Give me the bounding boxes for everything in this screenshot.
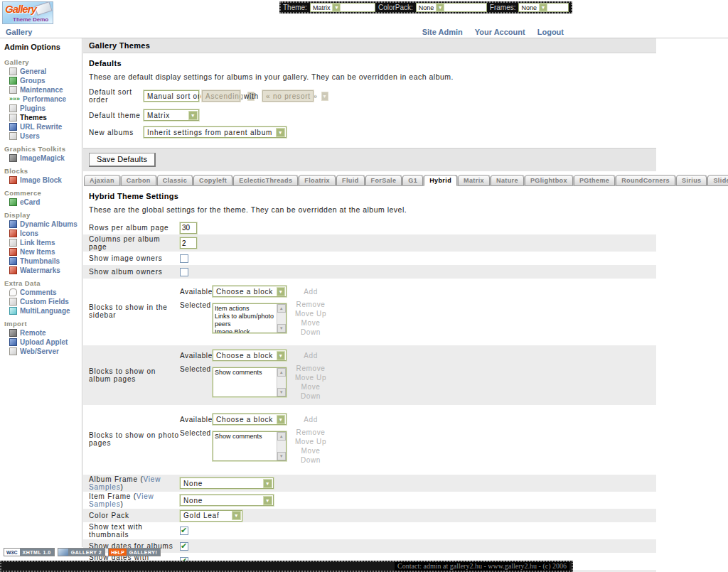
list-item[interactable]: Show comments [215,433,275,441]
help-gallery-badge[interactable]: HELP GALLERY! [108,548,161,556]
list-item[interactable]: Item actions [215,305,275,313]
item-frame-select[interactable]: None ▼ [180,495,274,506]
colorpack-select[interactable]: None ▼ [416,3,487,12]
show-dates-albums-checkbox[interactable] [180,542,188,551]
sidebar-item-ecard[interactable]: eCard [0,198,82,207]
scroll-down-icon[interactable]: ▼ [277,452,286,460]
blocks-sidebar-add-link[interactable]: Add [291,287,331,296]
blocks-photo-remove-link[interactable]: Remove [291,428,331,437]
blocks-album-movedown-link[interactable]: Move Down [291,382,331,401]
scroll-up-icon[interactable]: ▲ [277,432,286,441]
theme-select[interactable]: Matrix ▼ [310,3,375,12]
default-theme-select[interactable]: Matrix ▼ [144,109,199,121]
sidebar-item-performance[interactable]: »»»Performance [0,95,82,104]
blocks-sidebar-remove-link[interactable]: Remove [291,300,331,309]
blocks-photo-add-link[interactable]: Add [291,415,331,424]
presort-select[interactable]: « no presort » ▼ [262,90,314,102]
blocks-album-add-link[interactable]: Add [291,351,331,360]
chevron-down-icon[interactable]: ▼ [263,496,272,505]
sidebar-item-link-items[interactable]: Link Items [0,238,82,247]
sidebar-item-custom-fields[interactable]: Custom Fields [0,297,82,306]
chevron-down-icon[interactable]: ▼ [539,4,547,11]
tab-roundcorners[interactable]: RoundCorners [616,175,675,186]
sidebar-item-plugins[interactable]: Plugins [0,104,82,113]
cols-per-page-input[interactable] [180,237,197,249]
sidebar-item-icons[interactable]: Icons [0,229,82,238]
sidebar-item-users[interactable]: Users [0,131,82,141]
tab-matrix[interactable]: Matrix [458,175,490,186]
blocks-album-moveup-link[interactable]: Move Up [291,373,331,382]
tab-sirius[interactable]: Sirius [676,175,707,186]
blocks-photo-movedown-link[interactable]: Move Down [291,446,331,465]
list-item[interactable]: Image Block [215,328,275,333]
color-pack-select[interactable]: Gold Leaf ▼ [180,510,242,522]
album-frame-select[interactable]: None ▼ [180,477,274,489]
sidebar-item-upload-applet[interactable]: Upload Applet [0,338,82,347]
sidebar-item-imagemagick[interactable]: ImageMagick [0,153,82,163]
breadcrumb[interactable]: Gallery [6,28,32,36]
blocks-sidebar-available-select[interactable]: Choose a block ▼ [213,286,287,297]
scroll-up-icon[interactable]: ▲ [277,304,286,313]
scrollbar[interactable]: ▲ ▼ [277,368,286,396]
chevron-down-icon[interactable]: ▼ [188,111,198,120]
show-image-owners-checkbox[interactable] [180,254,188,263]
sidebar-item-groups[interactable]: Groups [0,76,82,85]
sort-order-select[interactable]: Manual sort order ▼ [144,90,199,102]
blocks-photo-moveup-link[interactable]: Move Up [291,437,331,446]
tab-hybrid[interactable]: Hybrid [424,175,457,186]
chevron-down-icon[interactable]: ▼ [436,4,444,11]
show-text-thumbs-checkbox[interactable] [180,527,188,535]
chevron-down-icon[interactable]: ▼ [232,511,241,520]
tab-g1[interactable]: G1 [402,175,423,186]
w3c-xhtml-badge[interactable]: W3C XHTML 1.0 [4,548,55,556]
sidebar-item-themes[interactable]: Themes [0,113,82,122]
site-admin-link[interactable]: Site Admin [422,28,463,36]
sidebar-item-image-block[interactable]: Image Block [0,176,82,185]
logout-link[interactable]: Logout [537,28,564,36]
sidebar-item-url-rewrite[interactable]: URL Rewrite [0,122,82,131]
tab-classic[interactable]: Classic [157,175,193,186]
blocks-sidebar-moveup-link[interactable]: Move Up [291,309,331,318]
scrollbar[interactable]: ▲ ▼ [277,432,286,460]
save-defaults-button[interactable]: Save Defaults [89,153,156,167]
sidebar-item-general[interactable]: General [0,67,82,76]
sidebar-item-new-items[interactable]: New Items [0,247,82,257]
tab-slider[interactable]: Slider [707,175,728,186]
chevron-down-icon[interactable]: ▼ [277,415,285,424]
frames-select[interactable]: None ▼ [518,3,569,12]
sidebar-item-comments[interactable]: Comments [0,288,82,297]
sidebar-item-dynamic-albums[interactable]: Dynamic Albums [0,220,82,229]
tab-fluid[interactable]: Fluid [336,175,365,186]
chevron-down-icon[interactable]: ▼ [277,287,285,296]
blocks-photo-available-select[interactable]: Choose a block ▼ [213,414,287,425]
list-item[interactable]: Show comments [215,369,275,377]
list-item[interactable]: Links to album/photo peers [215,313,275,328]
scroll-up-icon[interactable]: ▲ [277,368,286,377]
sidebar-item-web-server[interactable]: Web/Server [0,347,82,356]
sidebar-item-watermarks[interactable]: Watermarks [0,266,82,275]
gallery2-badge[interactable]: GALLERY 2 [58,548,105,556]
blocks-photo-selected-list[interactable]: Show comments ▲ ▼ [213,431,287,461]
tab-ajaxian[interactable]: Ajaxian [84,175,120,186]
blocks-album-selected-list[interactable]: Show comments ▲ ▼ [213,367,287,397]
gallery-logo[interactable]: Gallery Theme Demo [2,1,53,24]
sidebar-item-multilanguage[interactable]: MultiLanguage [0,306,82,315]
tab-pglightbox[interactable]: PGlightbox [525,175,573,186]
tab-forsale[interactable]: ForSale [365,175,402,186]
tab-nature[interactable]: Nature [491,175,524,186]
tab-floatrix[interactable]: Floatrix [299,175,336,186]
show-album-owners-checkbox[interactable] [180,268,188,276]
blocks-sidebar-selected-list[interactable]: Item actions Links to album/photo peers … [213,303,287,333]
sidebar-item-remote[interactable]: Remote [0,328,82,338]
sidebar-item-maintenance[interactable]: Maintenance [0,85,82,95]
scroll-down-icon[interactable]: ▼ [277,324,286,333]
new-albums-select[interactable]: Inherit settings from parent album ▼ [144,126,287,138]
blocks-album-available-select[interactable]: Choose a block ▼ [213,350,287,361]
tab-carbon[interactable]: Carbon [121,175,156,186]
chevron-down-icon[interactable]: ▼ [277,351,285,360]
chevron-down-icon[interactable]: ▼ [332,4,341,11]
chevron-down-icon[interactable]: ▼ [263,479,272,488]
scroll-down-icon[interactable]: ▼ [277,388,286,396]
blocks-album-remove-link[interactable]: Remove [291,364,331,373]
your-account-link[interactable]: Your Account [475,28,525,36]
